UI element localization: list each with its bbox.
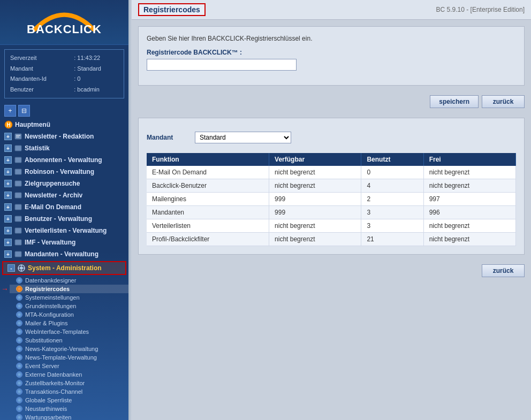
sidebar-subitem-mta-konfiguration[interactable]: MTA-Konfiguration [10,310,128,319]
sidebar-item-benutzer-verwaltung[interactable]: + Benutzer - Verwaltung [0,213,128,225]
main-header: Registriercodes BC 5.9.10 - [Enterprise … [132,0,531,20]
registriercodes-wrapper: → Registriercodes [10,285,128,293]
cell-verfuegbar: 999 [269,206,361,219]
save-button[interactable]: speichern [430,95,479,108]
mandant-label: Mandant [10,64,73,74]
cell-verfuegbar: nicht begrenzt [269,233,361,246]
table-row: Mandanten 999 3 996 [147,206,516,219]
svg-rect-7 [15,157,21,163]
sidebar-item-mandanten-verwaltung[interactable]: + Mandanten - Verwaltung [0,248,128,260]
back-button-top[interactable]: zurück [482,95,525,108]
collapse-all-button[interactable]: ⊟ [18,105,30,117]
bullet-icon [16,406,22,412]
sidebar-item-statistik[interactable]: + Statistik [0,142,128,154]
sidebar-item-imf-verwaltung[interactable]: + IMF - Verwaltung [0,236,128,248]
cell-frei: 997 [423,193,515,206]
col-funktion: Funktion [147,153,269,166]
sidebar-subitem-registriercodes[interactable]: Registriercodes [10,285,128,293]
sidebar-subitem-mailer-plugins[interactable]: Mailer & Plugins [10,319,128,327]
sidebar-item-zielgruppensuche[interactable]: + Zielgruppensuche [0,178,128,189]
sidebar-subitem-wartungsarbeiten[interactable]: Wartungsarbeiten [10,413,128,420]
datenbankdesigner-label: Datenbankdesigner [25,277,76,284]
mailer-plugins-label: Mailer & Plugins [25,320,67,326]
sidebar-item-newsletter-redaktion[interactable]: + Newsletter - Redaktion [0,131,128,142]
cell-frei: nicht begrenzt [423,219,515,233]
zustellbarkeits-monitor-label: Zustellbarkeits-Monitor [25,380,85,386]
bullet-icon [16,346,22,352]
table-header-row: Funktion Verfügbar Benutzt Frei [147,153,516,166]
bullet-icon [16,363,22,369]
sidebar-item-newsletter-archiv[interactable]: + Newsletter - Archiv [0,189,128,201]
bullet-icon-active [16,286,22,292]
cell-funktion: Profil-/Backclickfilter [147,233,269,246]
statistik-icon [14,144,22,152]
sidebar-subitem-event-server[interactable]: Event Server [10,362,128,370]
cell-funktion: Mandanten [147,206,269,219]
sidebar-subitem-globale-sperrliste[interactable]: Globale Sperrliste [10,396,128,404]
system-admin-icon [17,264,26,272]
svg-rect-8 [15,169,21,174]
expand-icon: + [4,133,12,140]
statistik-label: Statistik [25,144,50,152]
serverzeit-label: Serverzeit [10,54,73,63]
systemeinstellungen-label: Systemeinstellungen [25,294,80,301]
cell-benutzt: 3 [361,219,423,233]
newsletter-redaktion-label: Newsletter - Redaktion [25,133,94,140]
table-row: Backclick-Benutzer nicht begrenzt 4 nich… [147,179,516,193]
expand-icon: + [4,227,12,234]
verteilerlisten-icon [14,226,22,235]
sidebar-subitem-news-template[interactable]: News-Template-Verwaltung [10,353,128,362]
sidebar-subitem-webinterface-templates[interactable]: WebInterface-Templates [10,327,128,336]
sidebar-item-system-administration[interactable]: - System - Administration [3,262,125,274]
expand-all-button[interactable]: + [4,105,16,117]
cell-benutzt: 3 [361,206,423,219]
sidebar: BACKCLICK Serverzeit : 11:43:22 Mandant … [0,0,128,420]
globale-sperrliste-label: Globale Sperrliste [25,397,72,403]
cell-funktion: E-Mail On Demand [147,166,269,179]
expand-icon: + [4,180,12,187]
substitutionen-label: Substitutionen [25,337,63,343]
mandanten-id-value: : 0 [74,74,118,84]
sidebar-subitem-neustarthinweis[interactable]: Neustarthinweis [10,404,128,413]
expand-icon: + [4,144,12,152]
news-template-label: News-Template-Verwaltung [25,354,97,361]
benutzer-label: Benutzer [10,85,73,95]
sidebar-subitem-grundeinstellungen[interactable]: Grundeinstellungen [10,302,128,310]
neustarthinweis-label: Neustarthinweis [25,406,67,412]
bullet-icon [16,414,22,420]
sidebar-subitem-datenbankdesigner[interactable]: Datenbankdesigner [10,276,128,285]
sidebar-subitem-zustellbarkeits-monitor[interactable]: Zustellbarkeits-Monitor [10,379,128,387]
sidebar-item-robinson-verwaltung[interactable]: + Robinson - Verwaltung [0,166,128,178]
grundeinstellungen-label: Grundeinstellungen [25,303,76,309]
mandant-select[interactable]: Standard [195,132,291,143]
hauptmenu-icon: H [4,120,13,129]
bullet-icon [16,388,22,395]
svg-point-17 [20,266,23,270]
sidebar-subitem-transaktions-channel[interactable]: Transaktions-Channel [10,387,128,396]
sidebar-item-email-on-demand[interactable]: + E-Mail On Demand [0,201,128,213]
svg-rect-13 [15,228,21,233]
svg-rect-12 [15,216,21,222]
sidebar-subitem-substitutionen[interactable]: Substitutionen [10,336,128,345]
registriercode-input[interactable] [147,59,297,71]
sidebar-subitem-externe-datenbanken[interactable]: Externe Datenbanken [10,370,128,379]
newsletter-archiv-icon [14,191,22,200]
sidebar-item-hauptmenu[interactable]: H Hauptmenü [0,119,128,131]
logo-area: BACKCLICK [0,0,128,45]
page-title-box: Registriercodes [138,3,206,16]
bullet-icon [16,354,22,361]
col-verfuegbar: Verfügbar [269,153,361,166]
sidebar-item-verteilerlisten[interactable]: + Verteilerlisten - Verwaltung [0,225,128,236]
bullet-icon [16,303,22,309]
sidebar-subitem-systemeinstellungen[interactable]: Systemeinstellungen [10,293,128,302]
mandant-label: Mandant [147,134,189,141]
mandanten-icon [14,250,22,258]
registriercodes-label: Registriercodes [25,286,70,292]
sidebar-item-abonnenten-verwaltung[interactable]: + Abonnenten - Verwaltung [0,154,128,166]
robinson-icon [14,167,22,176]
transaktions-channel-label: Transaktions-Channel [25,388,82,395]
sidebar-subitem-news-kategorie[interactable]: News-Kategorie-Verwaltung [10,345,128,353]
system-admin-subitems: Datenbankdesigner → Registriercodes Syst… [0,276,128,420]
back-button-bottom[interactable]: zurück [482,264,525,277]
email-on-demand-icon [14,203,22,211]
